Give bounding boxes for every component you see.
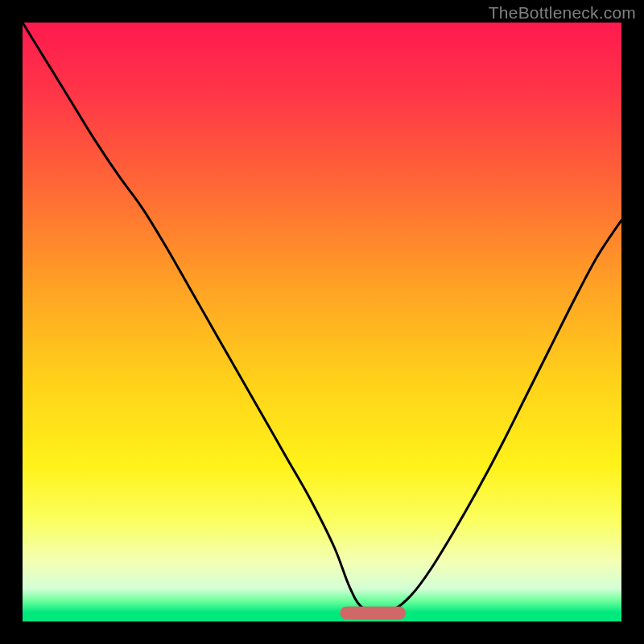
- bottleneck-chart: [0, 0, 644, 644]
- gradient-background: [23, 23, 621, 621]
- optimal-marker: [340, 606, 406, 619]
- watermark-text: TheBottleneck.com: [489, 3, 636, 23]
- chart-frame: TheBottleneck.com: [0, 0, 644, 644]
